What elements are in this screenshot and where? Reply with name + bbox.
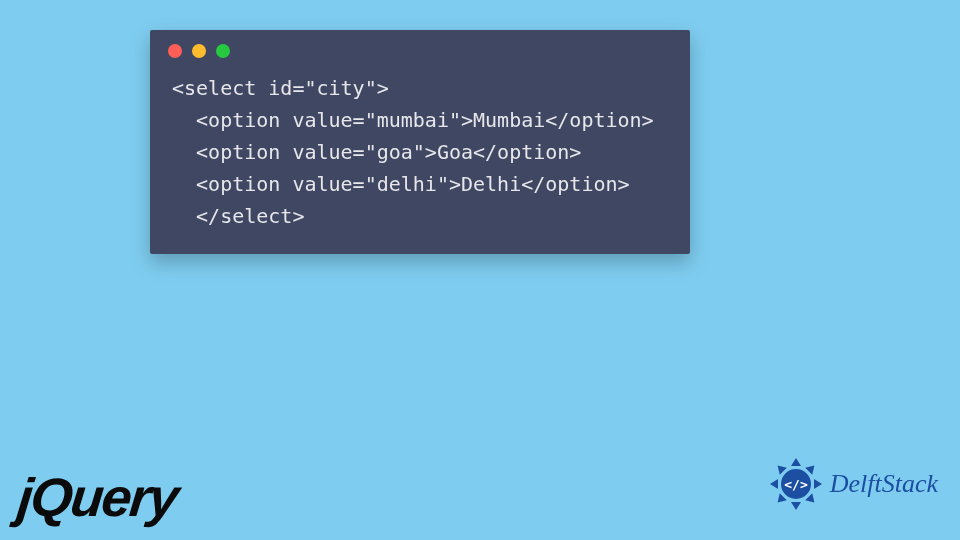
delftstack-badge-icon: </>: [768, 456, 824, 512]
svg-text:</>: </>: [784, 477, 808, 492]
delftstack-logo: </> DelftStack: [768, 456, 938, 512]
code-line: <option value="mumbai">Mumbai</option>: [172, 104, 668, 136]
code-block: <select id="city"> <option value="mumbai…: [150, 66, 690, 236]
svg-marker-6: [774, 462, 787, 475]
svg-marker-7: [805, 493, 818, 506]
code-window: <select id="city"> <option value="mumbai…: [150, 30, 690, 254]
maximize-icon: [216, 44, 230, 58]
minimize-icon: [192, 44, 206, 58]
jquery-logo: jQuery: [15, 466, 181, 528]
svg-marker-1: [791, 502, 801, 510]
code-line: </select>: [172, 200, 668, 232]
svg-marker-5: [774, 493, 787, 506]
delftstack-text: DelftStack: [830, 469, 938, 499]
close-icon: [168, 44, 182, 58]
svg-marker-3: [814, 479, 822, 489]
code-line: <option value="delhi">Delhi</option>: [172, 168, 668, 200]
window-titlebar: [150, 30, 690, 66]
svg-marker-0: [791, 458, 801, 466]
svg-marker-2: [770, 479, 778, 489]
svg-marker-4: [805, 462, 818, 475]
code-line: <select id="city">: [172, 72, 668, 104]
code-line: <option value="goa">Goa</option>: [172, 136, 668, 168]
